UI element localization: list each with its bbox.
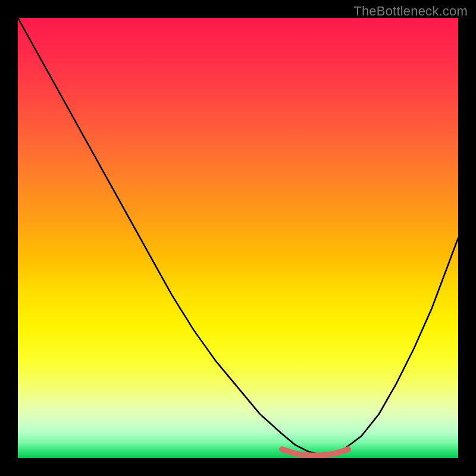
left-curve-path — [18, 18, 326, 456]
plot-area — [18, 18, 458, 458]
chart-frame: TheBottleneck.com — [0, 0, 476, 476]
watermark-text: TheBottleneck.com — [353, 4, 468, 19]
right-curve-path — [326, 238, 458, 456]
curves-svg — [18, 18, 458, 458]
